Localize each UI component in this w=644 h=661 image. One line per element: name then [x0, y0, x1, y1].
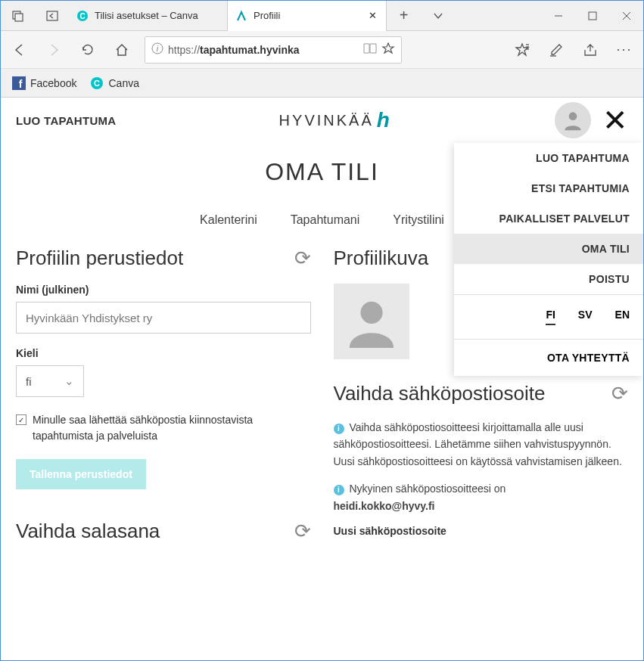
tab-kalenterini[interactable]: Kalenterini	[198, 209, 259, 231]
checkbox-icon: ✓	[16, 414, 26, 425]
set-aside-icon[interactable]	[35, 1, 69, 31]
svg-point-19	[569, 112, 577, 120]
close-menu-icon[interactable]: ✕	[602, 103, 628, 138]
tab-yritystilini[interactable]: Yritystilini	[391, 209, 446, 231]
menu-item-logout[interactable]: POISTU	[454, 264, 643, 294]
email-opt-in-checkbox[interactable]: ✓ Minulle saa lähettää sähköpostia kiinn…	[16, 412, 311, 444]
menu-item-create[interactable]: LUO TAPAHTUMA	[454, 143, 643, 173]
window-controls	[541, 1, 643, 31]
tab-menu-icon[interactable]	[421, 1, 455, 31]
info-icon: i	[334, 424, 344, 434]
home-button[interactable]	[110, 39, 133, 61]
refresh-icon[interactable]: ⟳	[294, 247, 311, 270]
back-button[interactable]	[8, 39, 31, 61]
favorites-button[interactable]	[511, 39, 534, 61]
reading-view-icon[interactable]	[363, 42, 377, 57]
menu-item-search[interactable]: ETSI TAPAHTUMIA	[454, 173, 643, 203]
tab-title: Tilisi asetukset – Canva	[95, 10, 198, 21]
svg-point-20	[360, 302, 382, 324]
site-info-icon[interactable]: i	[151, 42, 163, 57]
name-label: Nimi (julkinen)	[16, 284, 311, 296]
save-basics-button[interactable]: Tallenna perustiedot	[16, 459, 146, 489]
close-window-button[interactable]	[609, 1, 643, 31]
lang-sv[interactable]: SV	[578, 309, 593, 325]
browser-tab-canva[interactable]: C Tilisi asetukset – Canva	[69, 1, 228, 31]
lang-fi[interactable]: FI	[546, 309, 555, 325]
browser-tab-profiili[interactable]: Profiili ✕	[228, 1, 387, 31]
share-button[interactable]	[579, 39, 602, 61]
favicon-profiili-icon	[235, 10, 247, 22]
bookmark-canva[interactable]: C Canva	[90, 76, 138, 90]
svg-text:C: C	[95, 79, 101, 88]
new-tab-button[interactable]: +	[387, 1, 421, 31]
current-email-text: i Nykyinen sähköpostiosoitteesi on heidi…	[334, 480, 629, 514]
site-logo[interactable]: HYVINKÄÄ h	[279, 108, 392, 132]
refresh-button[interactable]	[76, 39, 99, 61]
profile-basics-title: Profiilin perustiedot ⟳	[16, 247, 311, 270]
browser-toolbar: i https://tapahtumat.hyvinka ···	[1, 31, 643, 69]
checkbox-label: Minulle saa lähettää sähköpostia kiinnos…	[33, 412, 311, 444]
refresh-icon[interactable]: ⟳	[611, 382, 628, 405]
tab-title: Profiili	[254, 10, 354, 21]
facebook-icon: f	[12, 76, 26, 90]
logo-mark-icon: h	[377, 108, 392, 132]
notes-button[interactable]	[545, 39, 568, 61]
site-header: LUO TAPAHTUMA HYVINKÄÄ h ✕	[1, 98, 643, 143]
lang-value: fi	[26, 375, 32, 388]
change-password-title: Vaihda salasana ⟳	[16, 520, 311, 543]
email-info-text: i Vaihda sähköpostiosoitteesi kirjoittam…	[334, 419, 629, 470]
change-email-title: Vaihda sähköpostiosoite ⟳	[334, 382, 629, 405]
side-menu: LUO TAPAHTUMA ETSI TAPAHTUMIA PAIKALLISE…	[454, 143, 643, 376]
svg-text:i: i	[157, 44, 159, 53]
menu-languages: FI SV EN	[454, 294, 643, 340]
tab-actions-icon[interactable]	[1, 1, 35, 31]
close-tab-icon[interactable]: ✕	[366, 10, 378, 22]
menu-contact[interactable]: OTA YHTEYTTÄ	[454, 340, 643, 376]
more-button[interactable]: ···	[613, 39, 636, 61]
left-column: Profiilin perustiedot ⟳ Nimi (julkinen) …	[16, 247, 311, 557]
new-email-label: Uusi sähköpostiosoite	[334, 525, 629, 537]
svg-text:f: f	[19, 78, 23, 90]
menu-item-account[interactable]: OMA TILI	[454, 234, 643, 264]
favorite-star-icon[interactable]	[381, 42, 395, 57]
tab-tapahtumani[interactable]: Tapahtumani	[289, 209, 362, 231]
svg-text:C: C	[79, 12, 85, 20]
maximize-button[interactable]	[575, 1, 609, 31]
name-input[interactable]	[16, 302, 311, 334]
menu-item-local[interactable]: PAIKALLISET PALVELUT	[454, 203, 643, 234]
create-event-link[interactable]: LUO TAPAHTUMA	[16, 114, 117, 127]
current-email-value: heidi.kokko@hyvy.fi	[334, 500, 435, 512]
chevron-down-icon: ⌄	[64, 374, 74, 388]
browser-titlebar: C Tilisi asetukset – Canva Profiili ✕ +	[1, 1, 643, 31]
bookmark-facebook[interactable]: f Facebook	[12, 76, 76, 90]
bookmarks-bar: f Facebook C Canva	[1, 69, 643, 98]
minimize-button[interactable]	[541, 1, 575, 31]
svg-rect-1	[15, 14, 23, 21]
user-avatar[interactable]	[555, 102, 591, 138]
profile-picture-placeholder[interactable]	[334, 284, 409, 359]
svg-rect-2	[47, 11, 58, 20]
lang-label: Kieli	[16, 347, 311, 359]
page-content: LUO TAPAHTUMA HYVINKÄÄ h ✕ OMA TILI Kale…	[1, 98, 643, 661]
bookmark-label: Facebook	[30, 77, 76, 89]
lang-en[interactable]: EN	[615, 309, 630, 325]
info-icon: i	[334, 485, 344, 495]
lang-select[interactable]: fi ⌄	[16, 365, 84, 397]
bookmark-label: Canva	[108, 77, 138, 89]
address-bar[interactable]: i https://tapahtumat.hyvinka	[145, 36, 402, 64]
favicon-canva-icon: C	[76, 10, 89, 22]
forward-button[interactable]	[42, 39, 65, 61]
svg-rect-6	[589, 12, 596, 20]
refresh-icon[interactable]: ⟳	[294, 520, 311, 543]
canva-icon: C	[90, 76, 104, 90]
logo-text: HYVINKÄÄ	[279, 112, 374, 129]
url-text: https://tapahtumat.hyvinka	[168, 44, 359, 56]
